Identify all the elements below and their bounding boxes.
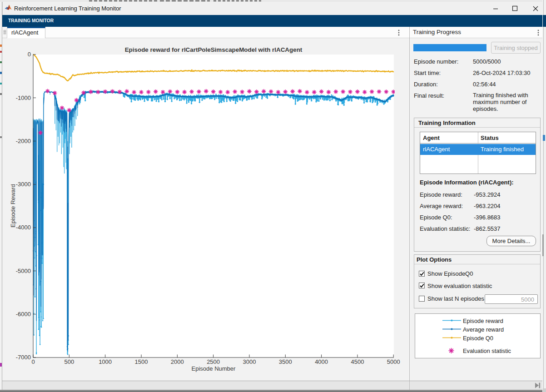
svg-text:-1000: -1000 <box>16 94 31 101</box>
svg-text:3000: 3000 <box>243 358 256 365</box>
svg-text:Episode Number: Episode Number <box>192 365 236 372</box>
svg-text:-7000: -7000 <box>16 354 31 361</box>
svg-text:Episode Reward: Episode Reward <box>10 184 16 227</box>
svg-text:-2000: -2000 <box>16 138 31 144</box>
svg-text:2500: 2500 <box>207 358 220 365</box>
svg-text:1000: 1000 <box>99 358 112 365</box>
svg-text:5000: 5000 <box>387 358 400 365</box>
svg-text:500: 500 <box>64 358 74 365</box>
svg-text:-4000: -4000 <box>16 224 31 231</box>
svg-text:3500: 3500 <box>279 358 292 365</box>
svg-text:0: 0 <box>31 358 35 365</box>
svg-text:2000: 2000 <box>171 358 184 365</box>
svg-text:-3000: -3000 <box>16 181 31 188</box>
svg-text:-6000: -6000 <box>16 311 31 318</box>
svg-text:-5000: -5000 <box>16 268 31 274</box>
svg-text:Episode reward for rlCartPoleS: Episode reward for rlCartPoleSimscapeMod… <box>125 46 303 53</box>
svg-text:0: 0 <box>28 51 31 58</box>
svg-text:4500: 4500 <box>351 358 364 365</box>
svg-text:1500: 1500 <box>135 358 148 365</box>
svg-text:4000: 4000 <box>315 358 328 365</box>
